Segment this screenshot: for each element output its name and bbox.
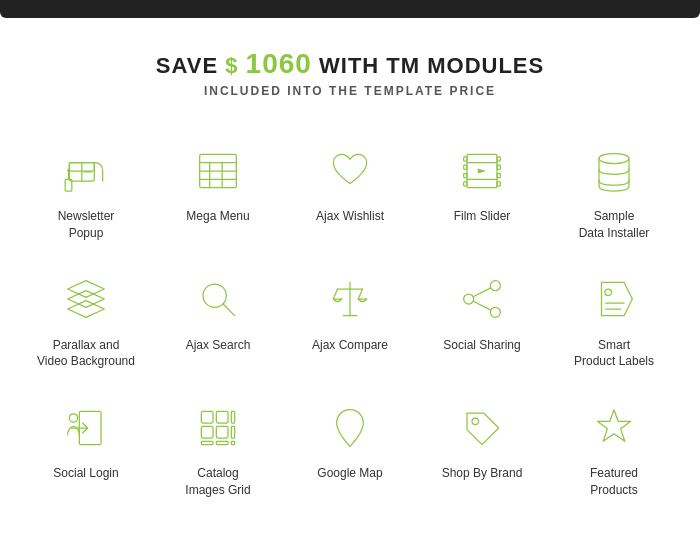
parallax-video-label: Parallax andVideo Background — [37, 337, 135, 371]
modules-grid: NewsletterPopup Mega Menu — [20, 128, 680, 514]
shop-by-brand-icon — [452, 400, 512, 455]
google-map-icon — [320, 400, 380, 455]
social-login-icon — [56, 400, 116, 455]
svg-rect-22 — [497, 173, 500, 177]
top-bar — [0, 0, 700, 18]
svg-marker-28 — [68, 301, 105, 318]
with-text: WITH TM MODULES — [319, 53, 544, 78]
film-slider-icon — [452, 143, 512, 198]
svg-rect-17 — [464, 165, 467, 169]
module-social-login: Social Login — [20, 385, 152, 514]
svg-marker-24 — [478, 168, 486, 173]
svg-line-33 — [333, 289, 337, 299]
module-ajax-compare: Ajax Compare — [284, 257, 416, 386]
sample-data-installer-icon — [584, 143, 644, 198]
svg-line-42 — [474, 302, 491, 310]
module-parallax-video: Parallax andVideo Background — [20, 257, 152, 386]
svg-line-41 — [474, 288, 491, 296]
ajax-search-label: Ajax Search — [186, 337, 251, 354]
svg-rect-56 — [216, 441, 228, 444]
sample-data-installer-label: SampleData Installer — [579, 208, 650, 242]
svg-point-25 — [599, 153, 629, 163]
amount: 1060 — [246, 48, 312, 79]
module-featured-products: FeaturedProducts — [548, 385, 680, 514]
svg-rect-52 — [201, 426, 213, 438]
featured-products-label: FeaturedProducts — [590, 465, 638, 499]
main-headline: SAVE $ 1060 WITH TM MODULES — [20, 48, 680, 80]
svg-rect-23 — [497, 181, 500, 185]
module-mega-menu: Mega Menu — [152, 128, 284, 257]
svg-point-58 — [344, 417, 356, 429]
ajax-search-icon — [188, 272, 248, 327]
parallax-video-icon — [56, 272, 116, 327]
svg-marker-60 — [597, 409, 630, 441]
svg-rect-53 — [216, 426, 228, 438]
svg-rect-49 — [201, 411, 213, 423]
module-catalog-images-grid: CatalogImages Grid — [152, 385, 284, 514]
save-text: SAVE — [156, 53, 218, 78]
film-slider-label: Film Slider — [454, 208, 511, 225]
ajax-wishlist-label: Ajax Wishlist — [316, 208, 384, 225]
module-film-slider: Film Slider — [416, 128, 548, 257]
mega-menu-icon — [188, 143, 248, 198]
svg-rect-19 — [464, 181, 467, 185]
dollar-sign: $ — [225, 53, 238, 78]
module-sample-data-installer: SampleData Installer — [548, 128, 680, 257]
svg-line-35 — [358, 289, 362, 299]
svg-point-48 — [69, 414, 77, 422]
svg-marker-27 — [68, 291, 105, 308]
newsletter-popup-icon — [56, 143, 116, 198]
svg-rect-20 — [497, 156, 500, 160]
shop-by-brand-label: Shop By Brand — [442, 465, 523, 482]
module-ajax-wishlist: Ajax Wishlist — [284, 128, 416, 257]
module-google-map: Google Map — [284, 385, 416, 514]
newsletter-popup-label: NewsletterPopup — [58, 208, 115, 242]
svg-rect-50 — [216, 411, 228, 423]
svg-rect-54 — [231, 426, 234, 438]
module-shop-by-brand: Shop By Brand — [416, 385, 548, 514]
social-login-label: Social Login — [53, 465, 118, 482]
main-content: SAVE $ 1060 WITH TM MODULES INCLUDED INT… — [0, 18, 700, 534]
catalog-images-grid-label: CatalogImages Grid — [185, 465, 250, 499]
social-sharing-label: Social Sharing — [443, 337, 520, 354]
ajax-compare-label: Ajax Compare — [312, 337, 388, 354]
svg-rect-51 — [231, 411, 234, 423]
module-smart-product-labels: SmartProduct Labels — [548, 257, 680, 386]
subheadline: INCLUDED INTO THE TEMPLATE PRICE — [20, 84, 680, 98]
social-sharing-icon — [452, 272, 512, 327]
svg-point-39 — [464, 294, 474, 304]
svg-point-43 — [605, 289, 612, 296]
catalog-images-grid-icon — [188, 400, 248, 455]
svg-line-30 — [223, 304, 235, 316]
svg-point-38 — [490, 281, 500, 291]
svg-point-6 — [67, 168, 70, 171]
svg-marker-26 — [68, 281, 105, 298]
smart-product-labels-label: SmartProduct Labels — [574, 337, 654, 371]
ajax-wishlist-icon — [320, 143, 380, 198]
module-ajax-search: Ajax Search — [152, 257, 284, 386]
mega-menu-label: Mega Menu — [186, 208, 249, 225]
svg-rect-57 — [231, 441, 234, 444]
svg-point-59 — [472, 418, 479, 425]
smart-product-labels-icon — [584, 272, 644, 327]
module-newsletter-popup: NewsletterPopup — [20, 128, 152, 257]
svg-rect-18 — [464, 173, 467, 177]
ajax-compare-icon — [320, 272, 380, 327]
google-map-label: Google Map — [317, 465, 382, 482]
svg-point-40 — [490, 307, 500, 317]
module-social-sharing: Social Sharing — [416, 257, 548, 386]
svg-rect-16 — [464, 156, 467, 160]
featured-products-icon — [584, 400, 644, 455]
svg-rect-55 — [201, 441, 213, 444]
svg-rect-21 — [497, 165, 500, 169]
